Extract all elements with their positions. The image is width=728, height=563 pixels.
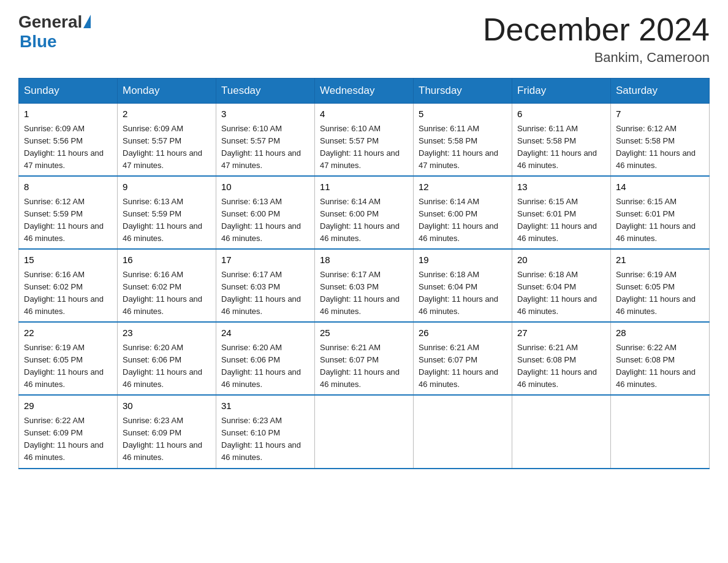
calendar-cell: 31Sunrise: 6:23 AMSunset: 6:10 PMDayligh…	[216, 395, 315, 468]
calendar-cell: 29Sunrise: 6:22 AMSunset: 6:09 PMDayligh…	[19, 395, 118, 468]
logo-blue: Blue	[20, 32, 57, 52]
day-number: 8	[24, 180, 112, 194]
calendar-header-wednesday: Wednesday	[315, 79, 414, 104]
calendar-cell: 15Sunrise: 6:16 AMSunset: 6:02 PMDayligh…	[19, 249, 118, 322]
day-number: 9	[123, 180, 211, 194]
day-number: 19	[419, 253, 507, 267]
calendar-cell: 28Sunrise: 6:22 AMSunset: 6:08 PMDayligh…	[611, 322, 710, 395]
day-number: 30	[123, 399, 211, 413]
day-info: Sunrise: 6:15 AMSunset: 6:01 PMDaylight:…	[616, 196, 704, 245]
calendar-cell: 10Sunrise: 6:13 AMSunset: 6:00 PMDayligh…	[216, 176, 315, 249]
day-number: 5	[419, 107, 507, 121]
day-number: 27	[517, 326, 605, 340]
calendar-week-row: 22Sunrise: 6:19 AMSunset: 6:05 PMDayligh…	[19, 322, 710, 395]
logo-triangle-icon	[83, 15, 91, 28]
day-number: 6	[517, 107, 605, 121]
day-number: 22	[24, 326, 112, 340]
calendar-cell: 17Sunrise: 6:17 AMSunset: 6:03 PMDayligh…	[216, 249, 315, 322]
calendar-header-row: SundayMondayTuesdayWednesdayThursdayFrid…	[19, 79, 710, 104]
day-info: Sunrise: 6:19 AMSunset: 6:05 PMDaylight:…	[24, 342, 112, 391]
day-number: 18	[320, 253, 408, 267]
title-section: December 2024 Bankim, Cameroon	[483, 12, 710, 66]
day-info: Sunrise: 6:12 AMSunset: 5:58 PMDaylight:…	[616, 123, 704, 172]
day-number: 1	[24, 107, 112, 121]
calendar-cell: 22Sunrise: 6:19 AMSunset: 6:05 PMDayligh…	[19, 322, 118, 395]
calendar-cell: 6Sunrise: 6:11 AMSunset: 5:58 PMDaylight…	[512, 104, 611, 177]
day-info: Sunrise: 6:19 AMSunset: 6:05 PMDaylight:…	[616, 269, 704, 318]
day-number: 11	[320, 180, 408, 194]
day-number: 17	[221, 253, 309, 267]
calendar-cell: 24Sunrise: 6:20 AMSunset: 6:06 PMDayligh…	[216, 322, 315, 395]
day-info: Sunrise: 6:21 AMSunset: 6:07 PMDaylight:…	[419, 342, 507, 391]
day-number: 4	[320, 107, 408, 121]
day-info: Sunrise: 6:23 AMSunset: 6:09 PMDaylight:…	[123, 415, 211, 464]
day-info: Sunrise: 6:21 AMSunset: 6:07 PMDaylight:…	[320, 342, 408, 391]
day-info: Sunrise: 6:12 AMSunset: 5:59 PMDaylight:…	[24, 196, 112, 245]
calendar-header-friday: Friday	[512, 79, 611, 104]
day-number: 3	[221, 107, 309, 121]
calendar-cell: 5Sunrise: 6:11 AMSunset: 5:58 PMDaylight…	[414, 104, 512, 177]
day-info: Sunrise: 6:18 AMSunset: 6:04 PMDaylight:…	[517, 269, 605, 318]
calendar-cell: 11Sunrise: 6:14 AMSunset: 6:00 PMDayligh…	[315, 176, 414, 249]
day-info: Sunrise: 6:18 AMSunset: 6:04 PMDaylight:…	[419, 269, 507, 318]
calendar-cell: 25Sunrise: 6:21 AMSunset: 6:07 PMDayligh…	[315, 322, 414, 395]
calendar-cell: 19Sunrise: 6:18 AMSunset: 6:04 PMDayligh…	[414, 249, 512, 322]
day-number: 28	[616, 326, 704, 340]
day-number: 20	[517, 253, 605, 267]
day-info: Sunrise: 6:11 AMSunset: 5:58 PMDaylight:…	[419, 123, 507, 172]
calendar-cell: 21Sunrise: 6:19 AMSunset: 6:05 PMDayligh…	[611, 249, 710, 322]
day-number: 13	[517, 180, 605, 194]
calendar-cell	[611, 395, 710, 468]
calendar-cell: 4Sunrise: 6:10 AMSunset: 5:57 PMDaylight…	[315, 104, 414, 177]
day-info: Sunrise: 6:17 AMSunset: 6:03 PMDaylight:…	[221, 269, 309, 318]
month-title: December 2024	[483, 12, 710, 47]
day-number: 7	[616, 107, 704, 121]
calendar-cell: 9Sunrise: 6:13 AMSunset: 5:59 PMDaylight…	[118, 176, 216, 249]
day-info: Sunrise: 6:14 AMSunset: 6:00 PMDaylight:…	[320, 196, 408, 245]
calendar-cell: 16Sunrise: 6:16 AMSunset: 6:02 PMDayligh…	[118, 249, 216, 322]
calendar-cell: 1Sunrise: 6:09 AMSunset: 5:56 PMDaylight…	[19, 104, 118, 177]
day-info: Sunrise: 6:13 AMSunset: 5:59 PMDaylight:…	[123, 196, 211, 245]
calendar-week-row: 15Sunrise: 6:16 AMSunset: 6:02 PMDayligh…	[19, 249, 710, 322]
calendar-cell: 30Sunrise: 6:23 AMSunset: 6:09 PMDayligh…	[118, 395, 216, 468]
calendar-cell: 13Sunrise: 6:15 AMSunset: 6:01 PMDayligh…	[512, 176, 611, 249]
day-info: Sunrise: 6:14 AMSunset: 6:00 PMDaylight:…	[419, 196, 507, 245]
calendar-cell: 2Sunrise: 6:09 AMSunset: 5:57 PMDaylight…	[118, 104, 216, 177]
calendar-cell: 3Sunrise: 6:10 AMSunset: 5:57 PMDaylight…	[216, 104, 315, 177]
logo: General Blue	[18, 12, 91, 52]
day-info: Sunrise: 6:09 AMSunset: 5:57 PMDaylight:…	[123, 123, 211, 172]
day-info: Sunrise: 6:23 AMSunset: 6:10 PMDaylight:…	[221, 415, 309, 464]
day-info: Sunrise: 6:22 AMSunset: 6:08 PMDaylight:…	[616, 342, 704, 391]
day-number: 2	[123, 107, 211, 121]
calendar-cell	[414, 395, 512, 468]
calendar-cell: 18Sunrise: 6:17 AMSunset: 6:03 PMDayligh…	[315, 249, 414, 322]
day-info: Sunrise: 6:10 AMSunset: 5:57 PMDaylight:…	[320, 123, 408, 172]
day-info: Sunrise: 6:09 AMSunset: 5:56 PMDaylight:…	[24, 123, 112, 172]
calendar-cell: 26Sunrise: 6:21 AMSunset: 6:07 PMDayligh…	[414, 322, 512, 395]
calendar-week-row: 29Sunrise: 6:22 AMSunset: 6:09 PMDayligh…	[19, 395, 710, 468]
calendar-header-saturday: Saturday	[611, 79, 710, 104]
calendar-cell: 27Sunrise: 6:21 AMSunset: 6:08 PMDayligh…	[512, 322, 611, 395]
logo-general: General	[18, 12, 82, 32]
day-number: 29	[24, 399, 112, 413]
day-number: 24	[221, 326, 309, 340]
calendar-cell	[315, 395, 414, 468]
logo-text: General	[18, 12, 91, 32]
calendar-cell: 14Sunrise: 6:15 AMSunset: 6:01 PMDayligh…	[611, 176, 710, 249]
day-number: 31	[221, 399, 309, 413]
day-info: Sunrise: 6:13 AMSunset: 6:00 PMDaylight:…	[221, 196, 309, 245]
calendar-week-row: 8Sunrise: 6:12 AMSunset: 5:59 PMDaylight…	[19, 176, 710, 249]
day-info: Sunrise: 6:16 AMSunset: 6:02 PMDaylight:…	[24, 269, 112, 318]
day-number: 10	[221, 180, 309, 194]
day-info: Sunrise: 6:20 AMSunset: 6:06 PMDaylight:…	[221, 342, 309, 391]
day-info: Sunrise: 6:20 AMSunset: 6:06 PMDaylight:…	[123, 342, 211, 391]
page-header: General Blue December 2024 Bankim, Camer…	[18, 12, 710, 66]
calendar-table: SundayMondayTuesdayWednesdayThursdayFrid…	[18, 78, 710, 469]
calendar-cell: 7Sunrise: 6:12 AMSunset: 5:58 PMDaylight…	[611, 104, 710, 177]
day-info: Sunrise: 6:22 AMSunset: 6:09 PMDaylight:…	[24, 415, 112, 464]
calendar-header-thursday: Thursday	[414, 79, 512, 104]
day-number: 16	[123, 253, 211, 267]
calendar-cell: 20Sunrise: 6:18 AMSunset: 6:04 PMDayligh…	[512, 249, 611, 322]
calendar-week-row: 1Sunrise: 6:09 AMSunset: 5:56 PMDaylight…	[19, 104, 710, 177]
day-number: 23	[123, 326, 211, 340]
